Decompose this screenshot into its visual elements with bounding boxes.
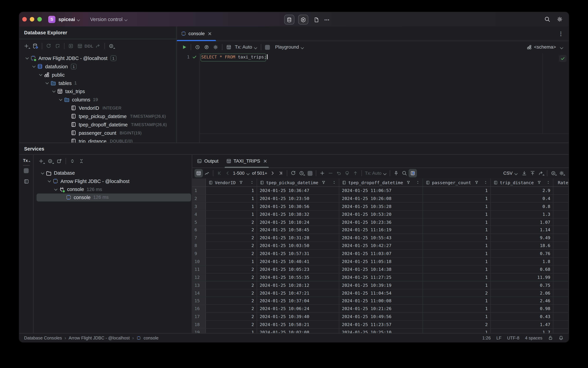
table-cell[interactable]: 2024-01-25 10:28:12	[257, 281, 339, 289]
project-avatar[interactable]: S	[48, 16, 55, 23]
tree-item-console[interactable]: console126 ms	[36, 193, 191, 202]
table-cell[interactable]: 2024-01-25 11:23:57	[339, 321, 423, 328]
table-row[interactable]: 1522024-01-25 10:37:042024-01-25 11:00:0…	[192, 297, 569, 305]
table-cell[interactable]: 2024-01-25 10:35:28	[339, 202, 423, 210]
table-cell[interactable]: 9.49	[491, 234, 553, 241]
encoding[interactable]: UTF-8	[507, 336, 519, 340]
row-number[interactable]: 8	[192, 242, 206, 249]
chevron-expanded-icon[interactable]	[53, 186, 59, 192]
expand-all-button[interactable]	[68, 157, 77, 166]
results-tab-output[interactable]: Output	[193, 155, 222, 167]
table-cell[interactable]: 2024-01-25 10:39:19	[339, 281, 423, 289]
table-cell[interactable]: 0.76	[491, 250, 553, 257]
table-cell[interactable]: 2024-01-25 10:55:35	[257, 273, 339, 281]
table-cell[interactable]	[553, 313, 569, 320]
target-select[interactable]: Playground	[275, 45, 304, 50]
previous-page-button[interactable]	[223, 169, 232, 177]
chevron-expanded-icon[interactable]	[40, 170, 46, 176]
maximize-window-button[interactable]	[37, 17, 42, 22]
chevron-expanded-icon[interactable]	[51, 88, 57, 94]
table-cell[interactable]	[553, 305, 569, 313]
table-row[interactable]: 622024-01-25 10:58:452024-01-25 11:16:19…	[192, 226, 569, 234]
table-cell[interactable]	[553, 218, 569, 226]
table-cell[interactable]: 2024-01-25 10:55:43	[339, 234, 423, 241]
table-cell[interactable]: 0.98	[491, 305, 553, 313]
row-number[interactable]: 10	[192, 258, 206, 265]
table-cell[interactable]: 2.9	[491, 187, 553, 194]
table-cell[interactable]: 2	[206, 273, 257, 281]
refresh-button[interactable]	[44, 41, 53, 50]
notifications-icon[interactable]	[559, 335, 563, 340]
table-cell[interactable]: 1	[423, 329, 491, 333]
auto-refresh-button[interactable]	[297, 169, 306, 177]
chevron-expanded-icon[interactable]	[58, 96, 64, 103]
row-number[interactable]: 18	[192, 321, 206, 328]
tree-item-console[interactable]: console126 ms	[36, 185, 191, 193]
table-cell[interactable]: 1	[423, 258, 491, 265]
breadcrumb-item[interactable]: Arrow Flight JDBC - @localhost	[69, 336, 130, 340]
table-cell[interactable]: 1	[206, 187, 257, 194]
table-cell[interactable]: 18.6	[491, 242, 553, 249]
upload-button[interactable]	[351, 169, 360, 177]
table-cell[interactable]: 2024-01-25 10:37:04	[257, 297, 339, 305]
table-cell[interactable]: 2024-01-25 10:49:56	[339, 313, 423, 320]
table-cell[interactable]: 2	[206, 305, 257, 313]
column-header-passenger_count[interactable]: passenger_count	[423, 178, 491, 186]
table-cell[interactable]: 1	[423, 226, 491, 234]
table-cell[interactable]: 2	[206, 321, 257, 328]
table-cell[interactable]: 2	[206, 242, 257, 249]
table-row[interactable]: 822024-01-25 10:03:502024-01-25 10:42:27…	[192, 242, 569, 250]
row-number[interactable]: 11	[192, 266, 206, 273]
table-cell[interactable]: 1	[423, 187, 491, 194]
tab-console[interactable]: console ✕	[177, 26, 216, 41]
table-cell[interactable]: 1	[423, 266, 491, 273]
table-cell[interactable]: 2024-01-25 10:05:23	[257, 266, 339, 273]
table-cell[interactable]: 1	[206, 202, 257, 210]
table-row[interactable]: 412024-01-25 10:38:322024-01-25 10:53:20…	[192, 210, 569, 218]
line-ending[interactable]: LF	[496, 336, 501, 340]
table-cell[interactable]: 2024-01-25 10:47:21	[257, 289, 339, 297]
last-page-button[interactable]	[277, 169, 285, 177]
table-cell[interactable]: 2024-01-25 11:16:19	[339, 226, 423, 234]
filter-panel-button[interactable]	[409, 169, 417, 177]
table-cell[interactable]: 2024-01-25 10:25:10	[339, 329, 423, 333]
inspection-widget[interactable]	[559, 55, 566, 62]
filter-icon[interactable]	[239, 180, 243, 184]
table-cell[interactable]: 2024-01-25 10:02:08	[257, 329, 339, 333]
find-button[interactable]	[400, 169, 409, 177]
table-cell[interactable]: 1	[423, 202, 491, 210]
tx-mode-select[interactable]: Tx: Auto	[235, 45, 257, 50]
table-cell[interactable]: 2	[206, 266, 257, 273]
table-cell[interactable]: 2024-01-25 11:27:25	[339, 273, 423, 281]
table-cell[interactable]	[553, 297, 569, 305]
filter-icon[interactable]	[537, 180, 541, 184]
table-cell[interactable]: 2024-01-25 11:06:57	[339, 187, 423, 194]
navigate-button[interactable]	[94, 41, 103, 50]
tree-item-datafusion[interactable]: datafusion1	[19, 62, 176, 71]
table-row[interactable]: 1912024-01-25 10:02:082024-01-25 10:25:1…	[192, 329, 569, 333]
tab-options-icon[interactable]: ⋮	[558, 31, 569, 37]
table-cell[interactable]: 2	[206, 226, 257, 234]
row-number[interactable]: 17	[192, 313, 206, 320]
table-cell[interactable]: 0.75	[491, 281, 553, 289]
table-cell[interactable]: 1	[423, 210, 491, 218]
table-cell[interactable]	[553, 329, 569, 333]
filter-icon[interactable]	[474, 180, 479, 184]
table-cell[interactable]: 2024-01-25 10:31:28	[257, 234, 339, 241]
table-cell[interactable]: 0.8	[491, 202, 553, 210]
table-cell[interactable]: 1	[206, 329, 257, 333]
table-row[interactable]: 112024-01-25 10:36:472024-01-25 11:06:57…	[192, 187, 569, 194]
breadcrumb-item[interactable]: console	[144, 336, 159, 340]
table-cell[interactable]: 2024-01-25 10:57:31	[257, 250, 339, 257]
reload-button[interactable]	[289, 169, 297, 177]
code-area[interactable]: SELECT * FROM taxi_trips;	[200, 53, 569, 143]
table-cell[interactable]	[553, 234, 569, 241]
chevron-expanded-icon[interactable]	[44, 80, 50, 86]
run-button[interactable]	[180, 43, 189, 52]
vcs-menu[interactable]: Version control	[90, 17, 123, 22]
table-cell[interactable]: 2024-01-25 10:58:21	[257, 321, 339, 328]
breadcrumb-item[interactable]: Database Consoles	[24, 336, 62, 340]
table-row[interactable]: 722024-01-25 10:31:282024-01-25 10:55:43…	[192, 234, 569, 242]
stop-strip-icon[interactable]	[24, 168, 29, 173]
table-cell[interactable]: 2	[206, 313, 257, 320]
